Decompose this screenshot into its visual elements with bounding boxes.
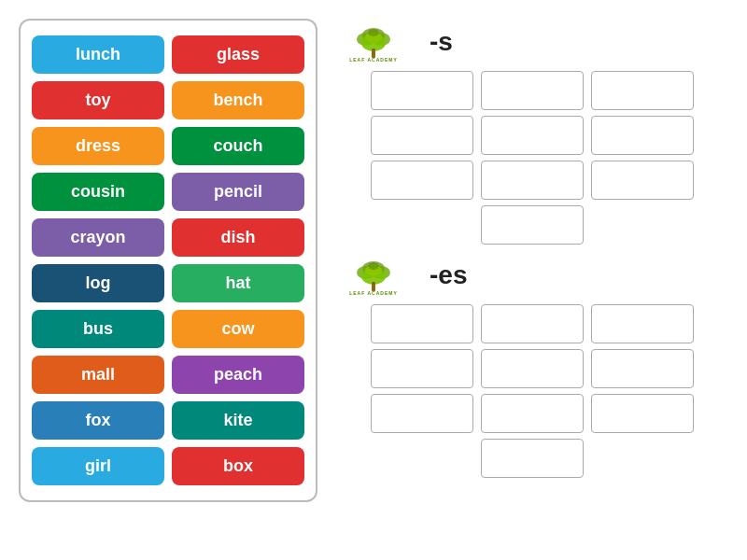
drop-box-1-2-1[interactable] xyxy=(481,394,584,433)
word-btn-girl[interactable]: girl xyxy=(32,447,164,485)
drop-box-0-2-2[interactable] xyxy=(591,161,694,200)
drop-box-1-0-1[interactable] xyxy=(481,304,584,343)
word-row-6: buscow xyxy=(32,310,304,348)
word-btn-hat[interactable]: hat xyxy=(172,264,304,302)
word-btn-dress[interactable]: dress xyxy=(32,127,164,165)
leaf-academy-logo: LEAF ACADEMY xyxy=(336,252,411,299)
section-s: LEAF ACADEMY -s xyxy=(336,19,728,245)
drop-box-0-1-2[interactable] xyxy=(591,116,694,155)
word-btn-glass[interactable]: glass xyxy=(172,35,304,74)
suffix-label-1: -es xyxy=(430,260,467,290)
drop-box-1-3-0[interactable] xyxy=(481,439,584,478)
drop-box-1-0-0[interactable] xyxy=(371,304,473,343)
grid-rows-0 xyxy=(336,71,728,245)
word-btn-dish[interactable]: dish xyxy=(172,218,304,257)
drop-box-0-1-1[interactable] xyxy=(481,116,584,155)
drop-box-0-0-0[interactable] xyxy=(371,71,473,110)
word-btn-kite[interactable]: kite xyxy=(172,401,304,440)
word-bank: lunchglasstoybenchdresscouchcousinpencil… xyxy=(19,19,317,502)
word-btn-lunch[interactable]: lunch xyxy=(32,35,164,74)
drop-row-0-2 xyxy=(371,161,694,200)
drop-row-0-1 xyxy=(371,116,694,155)
drop-box-1-1-2[interactable] xyxy=(591,349,694,388)
word-btn-fox[interactable]: fox xyxy=(32,401,164,440)
word-btn-pencil[interactable]: pencil xyxy=(172,173,304,211)
drop-box-1-1-1[interactable] xyxy=(481,349,584,388)
drop-row-1-2 xyxy=(371,394,694,433)
drop-box-1-2-2[interactable] xyxy=(591,394,694,433)
grid-rows-1 xyxy=(336,304,728,478)
word-row-7: mallpeach xyxy=(32,356,304,394)
drop-box-0-2-0[interactable] xyxy=(371,161,473,200)
suffix-label-0: -s xyxy=(430,27,453,57)
section-es: LEAF ACADEMY -es xyxy=(336,252,728,478)
drop-row-1-3 xyxy=(481,439,584,478)
section-header-0: LEAF ACADEMY -s xyxy=(336,19,728,65)
drop-box-0-1-0[interactable] xyxy=(371,116,473,155)
word-btn-cow[interactable]: cow xyxy=(172,310,304,348)
word-btn-box[interactable]: box xyxy=(172,447,304,485)
word-btn-mall[interactable]: mall xyxy=(32,356,164,394)
svg-text:LEAF ACADEMY: LEAF ACADEMY xyxy=(349,57,398,63)
word-btn-peach[interactable]: peach xyxy=(172,356,304,394)
word-row-3: cousinpencil xyxy=(32,173,304,211)
drop-zone-panel: LEAF ACADEMY -s LEAF ACADEMY -es xyxy=(317,19,728,485)
word-row-2: dresscouch xyxy=(32,127,304,165)
drop-row-0-3 xyxy=(481,205,584,245)
drop-box-0-0-2[interactable] xyxy=(591,71,694,110)
drop-row-1-0 xyxy=(371,304,694,343)
word-row-1: toybench xyxy=(32,81,304,119)
word-btn-couch[interactable]: couch xyxy=(172,127,304,165)
word-row-5: loghat xyxy=(32,264,304,302)
svg-text:LEAF ACADEMY: LEAF ACADEMY xyxy=(349,290,398,296)
drop-box-0-0-1[interactable] xyxy=(481,71,584,110)
word-btn-toy[interactable]: toy xyxy=(32,81,164,119)
word-row-9: girlbox xyxy=(32,447,304,485)
word-btn-bench[interactable]: bench xyxy=(172,81,304,119)
drop-box-1-2-0[interactable] xyxy=(371,394,473,433)
drop-box-1-1-0[interactable] xyxy=(371,349,473,388)
drop-row-1-1 xyxy=(371,349,694,388)
word-btn-bus[interactable]: bus xyxy=(32,310,164,348)
drop-row-0-0 xyxy=(371,71,694,110)
section-header-1: LEAF ACADEMY -es xyxy=(336,252,728,299)
svg-point-14 xyxy=(368,262,379,270)
word-btn-cousin[interactable]: cousin xyxy=(32,173,164,211)
drop-box-0-3-0[interactable] xyxy=(481,205,584,245)
word-row-8: foxkite xyxy=(32,401,304,440)
drop-box-0-2-1[interactable] xyxy=(481,161,584,200)
word-row-4: crayondish xyxy=(32,218,304,257)
word-row-0: lunchglass xyxy=(32,35,304,74)
drop-box-1-0-2[interactable] xyxy=(591,304,694,343)
svg-point-6 xyxy=(368,29,379,36)
word-btn-crayon[interactable]: crayon xyxy=(32,218,164,257)
word-btn-log[interactable]: log xyxy=(32,264,164,302)
leaf-academy-logo: LEAF ACADEMY xyxy=(336,19,411,65)
